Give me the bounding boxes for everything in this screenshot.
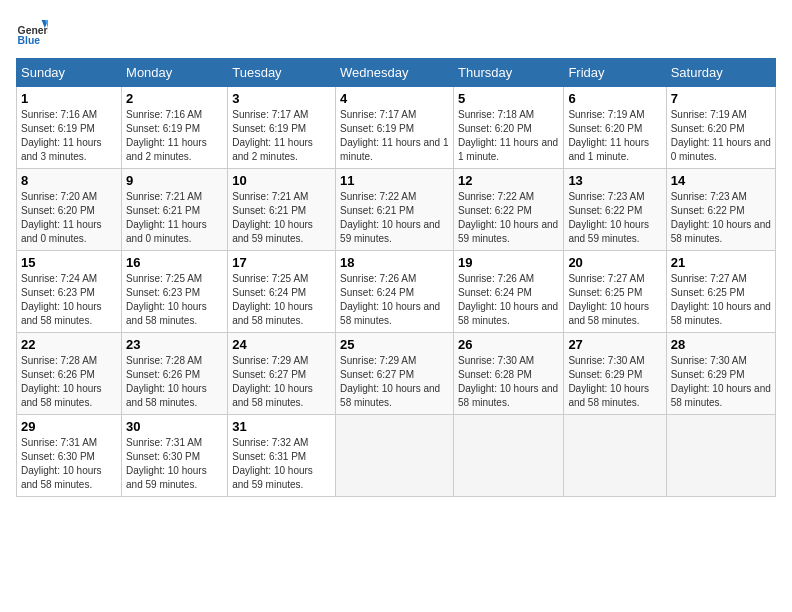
calendar-cell — [666, 415, 775, 497]
day-number: 13 — [568, 173, 661, 188]
day-info: Sunrise: 7:19 AMSunset: 6:20 PMDaylight:… — [568, 109, 649, 162]
day-number: 23 — [126, 337, 223, 352]
calendar-table: SundayMondayTuesdayWednesdayThursdayFrid… — [16, 58, 776, 497]
day-number: 25 — [340, 337, 449, 352]
day-number: 7 — [671, 91, 771, 106]
day-info: Sunrise: 7:29 AMSunset: 6:27 PMDaylight:… — [232, 355, 313, 408]
svg-text:Blue: Blue — [18, 35, 41, 46]
day-number: 27 — [568, 337, 661, 352]
day-number: 29 — [21, 419, 117, 434]
calendar-week-row: 22Sunrise: 7:28 AMSunset: 6:26 PMDayligh… — [17, 333, 776, 415]
calendar-cell: 11Sunrise: 7:22 AMSunset: 6:21 PMDayligh… — [336, 169, 454, 251]
calendar-cell: 16Sunrise: 7:25 AMSunset: 6:23 PMDayligh… — [122, 251, 228, 333]
day-info: Sunrise: 7:25 AMSunset: 6:23 PMDaylight:… — [126, 273, 207, 326]
calendar-cell: 18Sunrise: 7:26 AMSunset: 6:24 PMDayligh… — [336, 251, 454, 333]
day-number: 3 — [232, 91, 331, 106]
day-info: Sunrise: 7:30 AMSunset: 6:29 PMDaylight:… — [568, 355, 649, 408]
day-info: Sunrise: 7:16 AMSunset: 6:19 PMDaylight:… — [21, 109, 102, 162]
svg-text:General: General — [18, 25, 48, 36]
day-info: Sunrise: 7:28 AMSunset: 6:26 PMDaylight:… — [21, 355, 102, 408]
calendar-cell: 21Sunrise: 7:27 AMSunset: 6:25 PMDayligh… — [666, 251, 775, 333]
calendar-cell: 14Sunrise: 7:23 AMSunset: 6:22 PMDayligh… — [666, 169, 775, 251]
day-number: 18 — [340, 255, 449, 270]
logo-icon: General Blue — [16, 16, 48, 48]
calendar-cell: 28Sunrise: 7:30 AMSunset: 6:29 PMDayligh… — [666, 333, 775, 415]
day-number: 1 — [21, 91, 117, 106]
calendar-cell: 26Sunrise: 7:30 AMSunset: 6:28 PMDayligh… — [454, 333, 564, 415]
day-info: Sunrise: 7:31 AMSunset: 6:30 PMDaylight:… — [21, 437, 102, 490]
day-number: 26 — [458, 337, 559, 352]
calendar-cell: 22Sunrise: 7:28 AMSunset: 6:26 PMDayligh… — [17, 333, 122, 415]
calendar-week-row: 1Sunrise: 7:16 AMSunset: 6:19 PMDaylight… — [17, 87, 776, 169]
day-number: 2 — [126, 91, 223, 106]
calendar-header-thursday: Thursday — [454, 59, 564, 87]
day-number: 9 — [126, 173, 223, 188]
day-info: Sunrise: 7:32 AMSunset: 6:31 PMDaylight:… — [232, 437, 313, 490]
calendar-cell — [564, 415, 666, 497]
day-number: 5 — [458, 91, 559, 106]
calendar-week-row: 8Sunrise: 7:20 AMSunset: 6:20 PMDaylight… — [17, 169, 776, 251]
day-info: Sunrise: 7:22 AMSunset: 6:22 PMDaylight:… — [458, 191, 558, 244]
calendar-cell: 1Sunrise: 7:16 AMSunset: 6:19 PMDaylight… — [17, 87, 122, 169]
day-number: 24 — [232, 337, 331, 352]
calendar-cell: 27Sunrise: 7:30 AMSunset: 6:29 PMDayligh… — [564, 333, 666, 415]
day-number: 4 — [340, 91, 449, 106]
day-info: Sunrise: 7:16 AMSunset: 6:19 PMDaylight:… — [126, 109, 207, 162]
day-number: 12 — [458, 173, 559, 188]
day-info: Sunrise: 7:26 AMSunset: 6:24 PMDaylight:… — [458, 273, 558, 326]
day-number: 10 — [232, 173, 331, 188]
day-info: Sunrise: 7:19 AMSunset: 6:20 PMDaylight:… — [671, 109, 771, 162]
calendar-cell: 29Sunrise: 7:31 AMSunset: 6:30 PMDayligh… — [17, 415, 122, 497]
day-number: 15 — [21, 255, 117, 270]
calendar-cell: 19Sunrise: 7:26 AMSunset: 6:24 PMDayligh… — [454, 251, 564, 333]
day-number: 11 — [340, 173, 449, 188]
calendar-cell: 8Sunrise: 7:20 AMSunset: 6:20 PMDaylight… — [17, 169, 122, 251]
calendar-cell: 9Sunrise: 7:21 AMSunset: 6:21 PMDaylight… — [122, 169, 228, 251]
calendar-cell — [336, 415, 454, 497]
calendar-cell: 12Sunrise: 7:22 AMSunset: 6:22 PMDayligh… — [454, 169, 564, 251]
day-number: 21 — [671, 255, 771, 270]
day-info: Sunrise: 7:26 AMSunset: 6:24 PMDaylight:… — [340, 273, 440, 326]
calendar-header-wednesday: Wednesday — [336, 59, 454, 87]
day-info: Sunrise: 7:31 AMSunset: 6:30 PMDaylight:… — [126, 437, 207, 490]
day-info: Sunrise: 7:25 AMSunset: 6:24 PMDaylight:… — [232, 273, 313, 326]
day-number: 17 — [232, 255, 331, 270]
day-info: Sunrise: 7:22 AMSunset: 6:21 PMDaylight:… — [340, 191, 440, 244]
calendar-header-row: SundayMondayTuesdayWednesdayThursdayFrid… — [17, 59, 776, 87]
day-info: Sunrise: 7:23 AMSunset: 6:22 PMDaylight:… — [671, 191, 771, 244]
calendar-cell: 6Sunrise: 7:19 AMSunset: 6:20 PMDaylight… — [564, 87, 666, 169]
calendar-cell: 23Sunrise: 7:28 AMSunset: 6:26 PMDayligh… — [122, 333, 228, 415]
day-info: Sunrise: 7:21 AMSunset: 6:21 PMDaylight:… — [126, 191, 207, 244]
calendar-cell: 7Sunrise: 7:19 AMSunset: 6:20 PMDaylight… — [666, 87, 775, 169]
logo: General Blue — [16, 16, 52, 48]
day-number: 6 — [568, 91, 661, 106]
calendar-week-row: 29Sunrise: 7:31 AMSunset: 6:30 PMDayligh… — [17, 415, 776, 497]
day-number: 16 — [126, 255, 223, 270]
day-info: Sunrise: 7:27 AMSunset: 6:25 PMDaylight:… — [568, 273, 649, 326]
calendar-week-row: 15Sunrise: 7:24 AMSunset: 6:23 PMDayligh… — [17, 251, 776, 333]
day-number: 14 — [671, 173, 771, 188]
page-header: General Blue — [16, 16, 776, 48]
day-info: Sunrise: 7:18 AMSunset: 6:20 PMDaylight:… — [458, 109, 558, 162]
calendar-header-tuesday: Tuesday — [228, 59, 336, 87]
calendar-cell: 13Sunrise: 7:23 AMSunset: 6:22 PMDayligh… — [564, 169, 666, 251]
day-info: Sunrise: 7:30 AMSunset: 6:29 PMDaylight:… — [671, 355, 771, 408]
day-number: 19 — [458, 255, 559, 270]
calendar-cell: 4Sunrise: 7:17 AMSunset: 6:19 PMDaylight… — [336, 87, 454, 169]
calendar-cell: 2Sunrise: 7:16 AMSunset: 6:19 PMDaylight… — [122, 87, 228, 169]
calendar-cell: 17Sunrise: 7:25 AMSunset: 6:24 PMDayligh… — [228, 251, 336, 333]
calendar-cell: 31Sunrise: 7:32 AMSunset: 6:31 PMDayligh… — [228, 415, 336, 497]
day-info: Sunrise: 7:17 AMSunset: 6:19 PMDaylight:… — [232, 109, 313, 162]
calendar-cell: 10Sunrise: 7:21 AMSunset: 6:21 PMDayligh… — [228, 169, 336, 251]
day-info: Sunrise: 7:23 AMSunset: 6:22 PMDaylight:… — [568, 191, 649, 244]
day-number: 31 — [232, 419, 331, 434]
calendar-cell: 15Sunrise: 7:24 AMSunset: 6:23 PMDayligh… — [17, 251, 122, 333]
day-info: Sunrise: 7:29 AMSunset: 6:27 PMDaylight:… — [340, 355, 440, 408]
calendar-cell — [454, 415, 564, 497]
calendar-cell: 5Sunrise: 7:18 AMSunset: 6:20 PMDaylight… — [454, 87, 564, 169]
calendar-header-sunday: Sunday — [17, 59, 122, 87]
calendar-cell: 20Sunrise: 7:27 AMSunset: 6:25 PMDayligh… — [564, 251, 666, 333]
calendar-cell: 25Sunrise: 7:29 AMSunset: 6:27 PMDayligh… — [336, 333, 454, 415]
day-number: 22 — [21, 337, 117, 352]
calendar-cell: 24Sunrise: 7:29 AMSunset: 6:27 PMDayligh… — [228, 333, 336, 415]
